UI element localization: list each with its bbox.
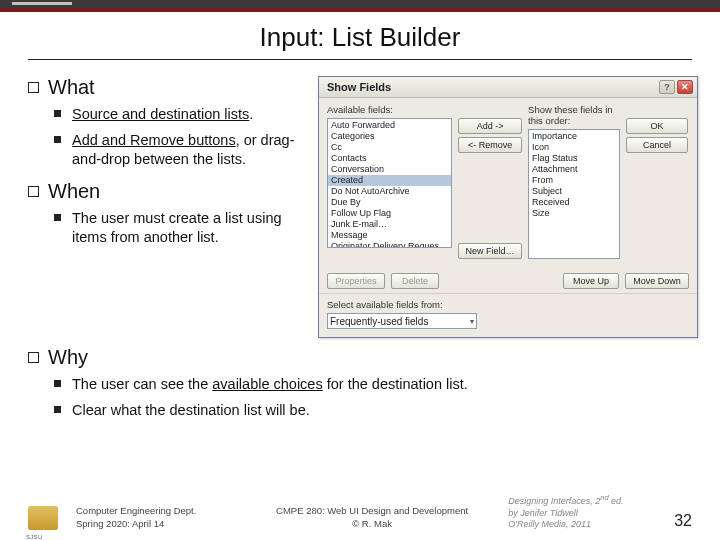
add-button[interactable]: Add -> — [458, 118, 522, 134]
list-item[interactable]: Message — [328, 230, 451, 241]
section-what: What Source and destination lists. Add a… — [28, 76, 300, 170]
chevron-down-icon: ▾ — [470, 317, 474, 326]
list-item[interactable]: Received — [529, 197, 619, 208]
heading-when: When — [48, 180, 300, 203]
sjsu-logo — [28, 506, 58, 530]
dialog-titlebar: Show Fields ? ✕ — [319, 77, 697, 98]
list-item[interactable]: Flag Status — [529, 153, 619, 164]
move-up-button[interactable]: Move Up — [563, 273, 619, 289]
shown-list[interactable]: ImportanceIconFlag StatusAttachmentFromS… — [528, 129, 620, 259]
available-label: Available fields: — [327, 104, 452, 115]
page-number: 32 — [674, 512, 692, 530]
footer-dept: Computer Engineering Dept. — [76, 505, 236, 517]
footer-book: Designing Interfaces, 2nd ed. — [508, 493, 648, 507]
remove-button[interactable]: <- Remove — [458, 137, 522, 153]
available-list[interactable]: Auto ForwardedCategoriesCcContactsConver… — [327, 118, 452, 248]
footer-publisher: O'Reilly Media, 2011 — [508, 519, 648, 530]
properties-button[interactable]: Properties — [327, 273, 385, 289]
why-item-2: Clear what the destination list will be. — [54, 401, 692, 421]
section-why: Why The user can see the available choic… — [28, 346, 692, 420]
footer-course: CMPE 280: Web UI Design and Development — [254, 505, 490, 517]
shown-label: Show these fields in this order: — [528, 104, 620, 126]
dialog-title: Show Fields — [327, 81, 391, 93]
select-from-combo[interactable]: Frequently-used fields ▾ — [327, 313, 477, 329]
new-field-button[interactable]: New Field… — [458, 243, 522, 259]
select-from-label: Select available fields from: — [327, 299, 689, 310]
heading-what: What — [48, 76, 300, 99]
cancel-button[interactable]: Cancel — [626, 137, 688, 153]
list-item[interactable]: Contacts — [328, 153, 451, 164]
close-button[interactable]: ✕ — [677, 80, 693, 94]
help-button[interactable]: ? — [659, 80, 675, 94]
list-item[interactable]: Icon — [529, 142, 619, 153]
why-item-1: The user can see the available choices f… — [54, 375, 692, 395]
list-item[interactable]: Conversation — [328, 164, 451, 175]
list-item[interactable]: Importance — [529, 131, 619, 142]
footer: Computer Engineering Dept. Spring 2020: … — [28, 493, 692, 530]
heading-why: Why — [48, 346, 692, 369]
what-item-1: Source and destination lists. — [54, 105, 300, 125]
list-item[interactable]: Cc — [328, 142, 451, 153]
list-item[interactable]: From — [529, 175, 619, 186]
list-item[interactable]: Created — [328, 175, 451, 186]
list-item[interactable]: Junk E-mail… — [328, 219, 451, 230]
list-item[interactable]: Subject — [529, 186, 619, 197]
list-item[interactable]: Auto Forwarded — [328, 120, 451, 131]
list-item[interactable]: Size — [529, 208, 619, 219]
delete-button[interactable]: Delete — [391, 273, 439, 289]
list-item[interactable]: Originator Delivery Reques… — [328, 241, 451, 248]
list-item[interactable]: Attachment — [529, 164, 619, 175]
list-item[interactable]: Do Not AutoArchive — [328, 186, 451, 197]
list-item[interactable]: Categories — [328, 131, 451, 142]
show-fields-dialog: Show Fields ? ✕ Available fields: Auto F… — [318, 76, 698, 338]
top-color-bar — [0, 0, 720, 12]
footer-copyright: © R. Mak — [254, 518, 490, 530]
slide-title: Input: List Builder — [28, 22, 692, 60]
list-item[interactable]: Due By — [328, 197, 451, 208]
footer-date: Spring 2020: April 14 — [76, 518, 236, 530]
list-item[interactable]: Follow Up Flag — [328, 208, 451, 219]
move-down-button[interactable]: Move Down — [625, 273, 689, 289]
footer-author: by Jenifer Tidwell — [508, 508, 648, 519]
slide-body: Input: List Builder What Source and dest… — [0, 12, 720, 420]
combo-value: Frequently-used fields — [330, 316, 428, 327]
when-item-1: The user must create a list using items … — [54, 209, 300, 248]
what-item-2: Add and Remove buttons, or drag-and-drop… — [54, 131, 300, 170]
ok-button[interactable]: OK — [626, 118, 688, 134]
section-when: When The user must create a list using i… — [28, 180, 300, 248]
